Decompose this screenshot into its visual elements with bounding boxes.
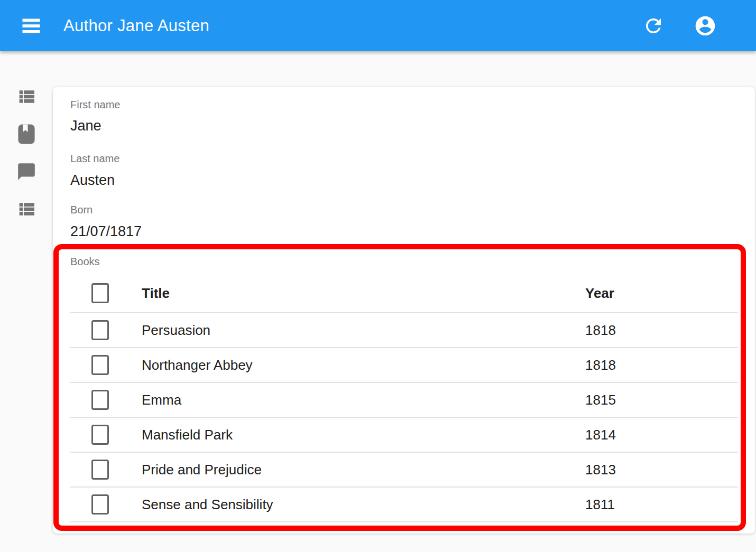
refresh-icon bbox=[642, 15, 665, 37]
book-year: 1815 bbox=[585, 392, 616, 408]
book-title: Pride and Prejudice bbox=[142, 462, 262, 478]
row-checkbox[interactable] bbox=[91, 460, 109, 480]
sidebar-item-comments[interactable] bbox=[16, 161, 37, 182]
sidebar bbox=[0, 51, 53, 220]
books-table: Title Year Persuasion 1818 Northanger Ab… bbox=[70, 274, 738, 522]
page-title: Author Jane Austen bbox=[63, 16, 209, 35]
field-label-last-name: Last name bbox=[70, 152, 119, 165]
book-title: Sense and Sensibility bbox=[142, 497, 273, 513]
table-row[interactable]: Mansfield Park 1814 bbox=[70, 418, 738, 453]
field-value-first-name: Jane bbox=[70, 118, 102, 134]
book-title: Emma bbox=[142, 392, 181, 408]
row-checkbox[interactable] bbox=[91, 320, 109, 340]
table-row[interactable]: Persuasion 1818 bbox=[70, 313, 738, 348]
row-checkbox[interactable] bbox=[91, 494, 109, 514]
book-year: 1814 bbox=[585, 427, 616, 443]
table-row[interactable]: Northanger Abbey 1818 bbox=[70, 348, 738, 383]
books-table-header-row: Title Year bbox=[70, 274, 738, 313]
books-section-label: Books bbox=[70, 256, 100, 268]
author-detail-card: First name Jane Last name Austen Born 21… bbox=[53, 87, 755, 534]
field-label-first-name: First name bbox=[70, 98, 120, 111]
column-header-year: Year bbox=[585, 285, 614, 301]
sidebar-item-list-2[interactable] bbox=[16, 199, 37, 220]
book-year: 1818 bbox=[585, 322, 616, 339]
row-checkbox[interactable] bbox=[91, 425, 109, 445]
book-title: Northanger Abbey bbox=[142, 357, 253, 373]
chat-bubble-icon bbox=[16, 162, 36, 182]
book-title: Persuasion bbox=[142, 322, 210, 339]
select-all-checkbox[interactable] bbox=[91, 283, 109, 303]
field-label-born: Born bbox=[70, 203, 93, 216]
book-title: Mansfield Park bbox=[142, 427, 233, 443]
book-year: 1818 bbox=[585, 357, 616, 373]
book-icon bbox=[17, 124, 35, 145]
appbar-actions bbox=[642, 14, 756, 38]
menu-icon bbox=[20, 14, 43, 38]
sidebar-item-list-1[interactable] bbox=[16, 86, 37, 107]
column-header-title: Title bbox=[142, 285, 170, 301]
menu-button[interactable] bbox=[19, 14, 43, 38]
book-year: 1813 bbox=[585, 462, 616, 478]
table-row[interactable]: Pride and Prejudice 1813 bbox=[70, 453, 738, 488]
row-checkbox[interactable] bbox=[91, 390, 109, 410]
account-button[interactable] bbox=[694, 14, 717, 38]
table-row[interactable]: Sense and Sensibility 1811 bbox=[70, 488, 738, 522]
sidebar-item-books[interactable] bbox=[16, 124, 37, 145]
view-list-icon bbox=[16, 86, 37, 107]
refresh-button[interactable] bbox=[642, 14, 665, 38]
book-year: 1811 bbox=[585, 497, 615, 513]
view-list-icon bbox=[16, 199, 37, 220]
field-value-last-name: Austen bbox=[70, 172, 115, 189]
row-checkbox[interactable] bbox=[91, 355, 109, 375]
table-row[interactable]: Emma 1815 bbox=[70, 383, 738, 418]
account-circle-icon bbox=[694, 14, 717, 38]
field-value-born: 21/07/1817 bbox=[70, 223, 142, 240]
app-bar: Author Jane Austen bbox=[0, 0, 756, 51]
